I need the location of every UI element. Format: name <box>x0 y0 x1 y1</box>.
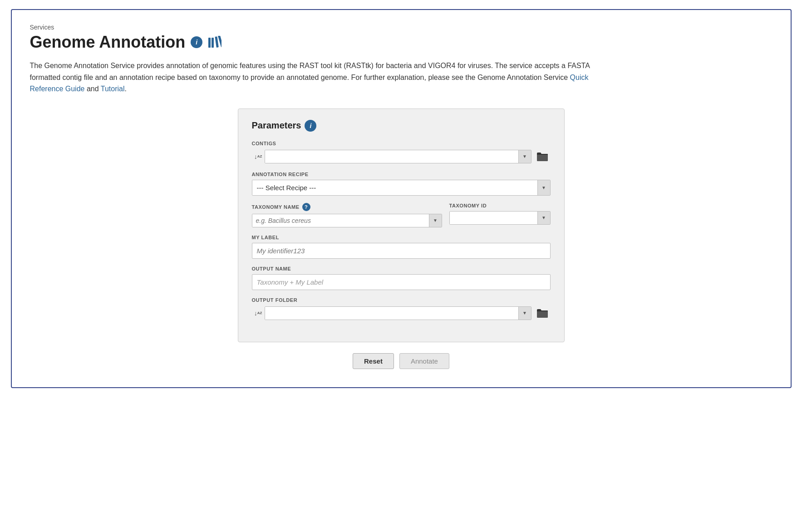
contigs-sort-icon: ↓AZ <box>252 149 265 164</box>
tutorial-link[interactable]: Tutorial <box>101 85 125 93</box>
taxonomy-name-dropdown-arrow[interactable] <box>429 214 442 227</box>
contigs-group: CONTIGS ↓AZ <box>252 141 551 164</box>
taxonomy-id-group: TAXONOMY ID <box>449 203 551 225</box>
description: The Genome Annotation Service provides a… <box>30 60 611 95</box>
my-label-group: MY LABEL <box>252 235 551 259</box>
output-folder-label: OUTPUT FOLDER <box>252 297 551 303</box>
contigs-folder-icon[interactable] <box>534 149 551 164</box>
taxonomy-id-input[interactable] <box>450 212 537 224</box>
output-name-group: OUTPUT NAME Taxonomy + My Label <box>252 266 551 290</box>
page-title-row: Genome Annotation i <box>30 33 772 52</box>
output-name-label: OUTPUT NAME <box>252 266 551 271</box>
taxonomy-id-label: TAXONOMY ID <box>449 203 551 208</box>
output-name-display: Taxonomy + My Label <box>252 274 551 290</box>
params-container: Parameters i CONTIGS ↓AZ <box>238 108 565 342</box>
output-folder-input[interactable] <box>265 307 518 320</box>
library-icon[interactable] <box>208 36 221 49</box>
contigs-input[interactable] <box>265 150 518 163</box>
contigs-label: CONTIGS <box>252 141 551 146</box>
taxonomy-name-input[interactable] <box>252 214 429 227</box>
svg-rect-0 <box>208 38 211 48</box>
contigs-dropdown-arrow[interactable] <box>518 150 531 163</box>
annotation-recipe-display: --- Select Recipe --- <box>252 180 537 195</box>
annotation-recipe-group: ANNOTATION RECIPE --- Select Recipe --- <box>252 172 551 196</box>
contigs-input-wrapper <box>265 150 531 163</box>
annotation-recipe-select-wrapper: --- Select Recipe --- <box>252 180 551 196</box>
params-title: Parameters <box>252 120 301 131</box>
taxonomy-row-group: TAXONOMY NAME ? TAXONOMY ID <box>252 203 551 227</box>
output-folder-input-row: ↓AZ <box>252 305 551 321</box>
page-wrapper: Services Genome Annotation i The Genome … <box>11 9 792 388</box>
output-folder-icon[interactable] <box>534 305 551 321</box>
output-folder-dropdown-arrow[interactable] <box>518 307 531 320</box>
params-header: Parameters i <box>252 120 551 132</box>
taxonomy-name-input-wrapper <box>252 214 442 227</box>
taxonomy-id-dropdown-arrow[interactable] <box>537 212 550 224</box>
buttons-row: Reset Annotate <box>30 353 772 369</box>
my-label-input[interactable] <box>252 243 551 259</box>
output-folder-input-wrapper <box>265 306 531 320</box>
taxonomy-id-input-wrapper <box>449 211 551 225</box>
annotate-button[interactable]: Annotate <box>399 353 449 369</box>
output-folder-sort-icon: ↓AZ <box>252 305 265 321</box>
my-label-label: MY LABEL <box>252 235 551 240</box>
params-info-icon[interactable]: i <box>305 120 316 132</box>
output-folder-group: OUTPUT FOLDER ↓AZ <box>252 297 551 321</box>
taxonomy-name-label: TAXONOMY NAME ? <box>252 203 442 211</box>
annotation-recipe-label: ANNOTATION RECIPE <box>252 172 551 177</box>
reset-button[interactable]: Reset <box>353 353 394 369</box>
taxonomy-name-group: TAXONOMY NAME ? <box>252 203 442 227</box>
breadcrumb: Services <box>30 24 772 31</box>
taxonomy-name-help-icon[interactable]: ? <box>302 203 310 211</box>
svg-rect-1 <box>212 38 214 48</box>
contigs-input-row: ↓AZ <box>252 149 551 164</box>
page-title: Genome Annotation <box>30 33 186 52</box>
info-icon[interactable]: i <box>191 36 202 48</box>
taxonomy-row: TAXONOMY NAME ? TAXONOMY ID <box>252 203 551 227</box>
svg-rect-2 <box>215 36 219 47</box>
annotation-recipe-dropdown-arrow[interactable] <box>537 180 550 195</box>
